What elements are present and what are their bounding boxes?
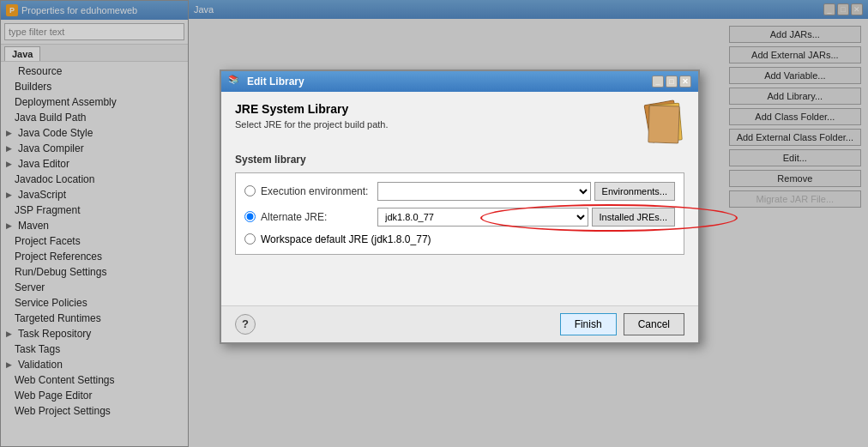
dialog-header-subtitle: Select JRE for the project build path.	[235, 119, 389, 130]
dialog-header-text: JRE System Library Select JRE for the pr…	[235, 102, 389, 130]
dialog-header-title: JRE System Library	[235, 102, 389, 116]
dialog-overlay: 📚 Edit Library _ □ ✕ JRE System Library …	[0, 0, 868, 447]
execution-env-label: Execution environment:	[261, 185, 372, 197]
dialog-title-text: Edit Library	[247, 76, 304, 88]
dialog-body: JRE System Library Select JRE for the pr…	[221, 92, 698, 305]
book-icon-3	[648, 105, 680, 143]
dialog-title-icon: 📚	[228, 75, 242, 88]
alternate-jre-radio[interactable]	[244, 211, 256, 222]
alternate-jre-dropdown-container: jdk1.8.0_77 Installed JREs...	[377, 208, 675, 227]
dialog-win-controls: _ □ ✕	[652, 76, 691, 88]
installed-jres-button[interactable]: Installed JREs...	[592, 208, 675, 227]
dialog-minimize-btn[interactable]: _	[652, 76, 664, 88]
alternate-jre-select[interactable]: jdk1.8.0_77	[377, 208, 588, 227]
alternate-jre-label: Alternate JRE:	[261, 211, 372, 223]
dialog-close-btn[interactable]: ✕	[679, 76, 691, 88]
workspace-default-radio[interactable]	[244, 233, 256, 245]
finish-button[interactable]: Finish	[560, 313, 617, 335]
execution-environment-row: Execution environment: Environments...	[244, 182, 675, 201]
section-title: System library	[235, 154, 684, 166]
footer-buttons: Finish Cancel	[560, 313, 684, 335]
help-button[interactable]: ?	[235, 314, 256, 335]
dialog-header: JRE System Library Select JRE for the pr…	[235, 102, 684, 143]
cancel-button[interactable]: Cancel	[624, 313, 684, 335]
dialog-maximize-btn[interactable]: □	[666, 76, 678, 88]
workspace-default-label: Workspace default JRE (jdk1.8.0_77)	[261, 233, 431, 245]
execution-env-radio[interactable]	[244, 185, 256, 196]
environments-button[interactable]: Environments...	[594, 182, 675, 201]
dialog-header-icon	[643, 102, 684, 143]
workspace-default-row: Workspace default JRE (jdk1.8.0_77)	[244, 233, 675, 245]
book-stack-icon	[643, 102, 684, 143]
system-library-box: Execution environment: Environments... A…	[235, 172, 684, 255]
execution-env-dropdown-container: Environments...	[377, 182, 675, 201]
alternate-jre-row: Alternate JRE: jdk1.8.0_77 Installed JRE…	[244, 208, 675, 227]
dialog-footer: ? Finish Cancel	[221, 305, 698, 342]
edit-library-dialog: 📚 Edit Library _ □ ✕ JRE System Library …	[220, 69, 700, 344]
execution-env-select[interactable]	[377, 182, 591, 201]
dialog-titlebar: 📚 Edit Library _ □ ✕	[221, 71, 698, 92]
